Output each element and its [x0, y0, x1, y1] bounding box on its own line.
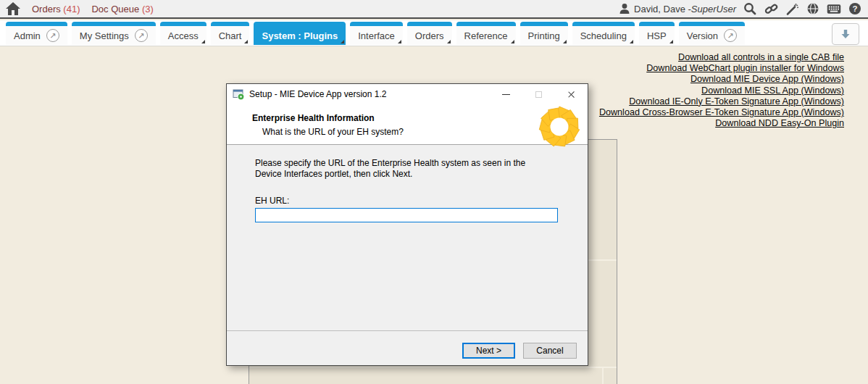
tab-scheduling[interactable]: Scheduling	[572, 22, 635, 45]
download-link[interactable]: Download all controls in a single CAB fi…	[599, 52, 844, 63]
tab-label: Printing	[528, 30, 560, 41]
user-icon	[619, 3, 630, 14]
window-controls	[490, 84, 588, 104]
tab-strip: Admin My Settings Access Chart System : …	[0, 20, 868, 46]
portlet-divider	[249, 367, 617, 368]
tab-label: Access	[168, 30, 199, 41]
tab-chart[interactable]: Chart	[211, 22, 250, 45]
user-name: David, Dave -	[634, 4, 691, 14]
tab-label: My Settings	[80, 30, 129, 41]
open-new-window-icon	[724, 29, 737, 42]
dropdown-caret-icon	[563, 40, 567, 43]
nav-doc-queue-label: Doc Queue	[91, 4, 139, 14]
tab-version[interactable]: Version	[679, 22, 745, 45]
wand-icon[interactable]	[785, 1, 799, 16]
maximize-button[interactable]	[522, 84, 555, 104]
enterprise-health-logo	[533, 104, 585, 150]
tab-label: HSP	[647, 30, 667, 41]
tab-label: Orders	[415, 30, 444, 41]
nav-orders-label: Orders	[32, 4, 61, 14]
minimize-button[interactable]	[490, 84, 522, 104]
tab-interface[interactable]: Interface	[350, 22, 403, 45]
dialog-instructions: Please specify the URL of the Enterprise…	[255, 158, 543, 180]
dialog-footer: Next > Cancel	[227, 330, 588, 365]
setup-dialog: Setup - MIE Device App version 1.2 Enter…	[226, 83, 588, 366]
user-menu[interactable]: David, Dave - SuperUser	[619, 3, 736, 14]
dropdown-caret-icon	[447, 40, 451, 43]
nav-doc-queue[interactable]: Doc Queue (3)	[91, 4, 153, 14]
down-arrow-icon	[840, 28, 851, 40]
dropdown-caret-icon	[341, 40, 344, 43]
help-icon[interactable]: ?	[848, 1, 862, 16]
download-link[interactable]: Download Cross-Browser E-Token Signature…	[599, 107, 844, 118]
dropdown-caret-icon	[630, 40, 633, 43]
nav-orders[interactable]: Orders (41)	[32, 4, 80, 14]
top-bar: Orders (41) Doc Queue (3) David, Dave - …	[0, 0, 868, 19]
top-bar-right: David, Dave - SuperUser	[619, 0, 862, 17]
cancel-button[interactable]: Cancel	[523, 343, 577, 359]
eh-url-label: EH URL:	[255, 196, 588, 206]
eh-url-input[interactable]	[255, 208, 558, 222]
download-link[interactable]: Download NDD Easy-On Plugin	[599, 118, 844, 129]
dropdown-caret-icon	[244, 40, 248, 43]
open-new-window-icon	[135, 29, 148, 42]
portlet-divider	[602, 368, 604, 384]
svg-text:?: ?	[852, 4, 857, 13]
dialog-header: Enterprise Health Information What is th…	[227, 104, 588, 145]
installer-icon	[233, 88, 245, 101]
tab-hsp[interactable]: HSP	[639, 22, 675, 45]
tab-orders[interactable]: Orders	[407, 22, 452, 45]
dropdown-caret-icon	[201, 40, 205, 43]
search-icon[interactable]	[743, 1, 757, 16]
tab-reference[interactable]: Reference	[456, 22, 516, 45]
keyboard-icon[interactable]	[827, 1, 841, 16]
tab-label: Chart	[219, 30, 242, 41]
user-role: SuperUser	[691, 4, 736, 14]
tab-label: Scheduling	[580, 30, 627, 41]
tab-label: Reference	[464, 30, 508, 41]
tab-admin[interactable]: Admin	[6, 22, 67, 45]
home-icon[interactable]	[6, 2, 20, 15]
dropdown-caret-icon	[511, 40, 514, 43]
link-icon[interactable]	[764, 1, 778, 16]
tab-printing[interactable]: Printing	[520, 22, 568, 45]
download-links: Download all controls in a single CAB fi…	[599, 52, 844, 129]
download-link[interactable]: Download WebChart plugin installer for W…	[599, 63, 844, 74]
close-icon	[567, 91, 575, 99]
dropdown-caret-icon	[398, 40, 401, 43]
dialog-title: Setup - MIE Device App version 1.2	[249, 89, 386, 99]
next-button[interactable]: Next >	[462, 343, 515, 359]
dialog-body: Please specify the URL of the Enterprise…	[227, 145, 588, 330]
tab-access[interactable]: Access	[160, 22, 206, 45]
tab-system-plugins[interactable]: System : Plugins	[254, 22, 346, 45]
tab-label: Interface	[358, 30, 395, 41]
download-link[interactable]: Download IE-Only E-Token Signature App (…	[599, 96, 844, 107]
tab-label: Admin	[14, 30, 41, 41]
tab-my-settings[interactable]: My Settings	[72, 22, 156, 45]
download-link[interactable]: Download MIE Device App (Windows)	[599, 74, 844, 85]
nav-doc-queue-count: (3)	[142, 4, 154, 14]
maximize-icon	[535, 91, 542, 98]
nav-orders-count: (41)	[63, 4, 80, 14]
page: Orders (41) Doc Queue (3) David, Dave - …	[0, 0, 868, 384]
minimize-icon	[502, 94, 510, 95]
download-panel-button[interactable]	[832, 23, 859, 45]
dropdown-caret-icon	[669, 40, 673, 43]
globe-icon[interactable]	[806, 1, 820, 16]
tab-label: Version	[687, 30, 718, 41]
tab-label: System : Plugins	[262, 30, 338, 41]
download-link[interactable]: Download MIE SSL App (Windows)	[599, 85, 844, 96]
dialog-title-bar: Setup - MIE Device App version 1.2	[227, 84, 588, 104]
close-button[interactable]	[555, 84, 588, 104]
open-new-window-icon	[46, 29, 59, 42]
